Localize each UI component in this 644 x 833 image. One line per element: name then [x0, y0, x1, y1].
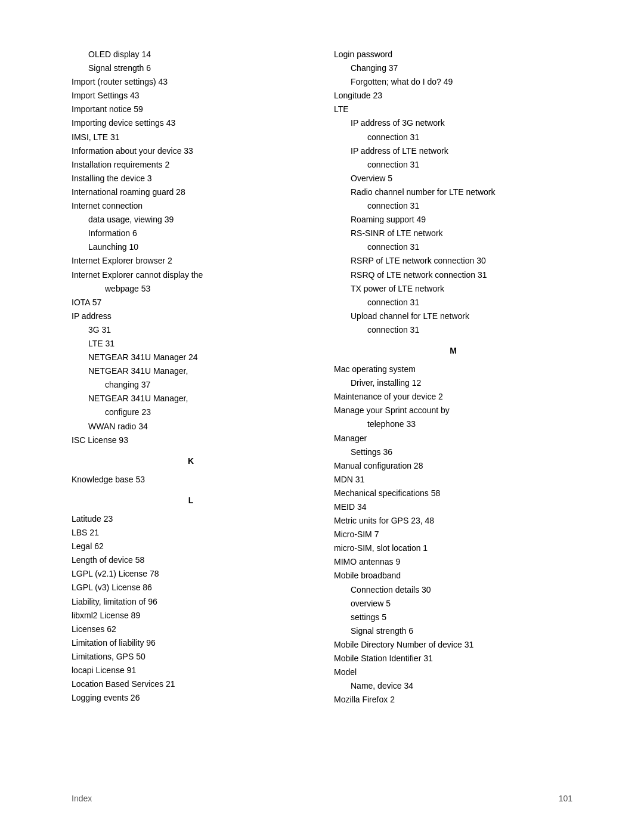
page: OLED display 14Signal strength 6Import (…	[0, 0, 644, 833]
index-entry: overview 5	[334, 597, 572, 611]
index-entry: RSRP of LTE network connection 30	[334, 254, 572, 268]
index-entry: WWAN radio 34	[72, 420, 310, 433]
index-entry: Roaming support 49	[334, 213, 572, 227]
index-entry: IP address of LTE network	[334, 144, 572, 158]
index-entry: micro-SIM, slot location 1	[334, 541, 572, 555]
index-entry: connection 31	[334, 323, 572, 337]
index-entry: TX power of LTE network	[334, 282, 572, 296]
index-entry: Radio channel number for LTE network	[334, 185, 572, 199]
index-entry: Information 6	[72, 227, 310, 240]
index-entry: Forgotten; what do I do? 49	[334, 75, 572, 89]
page-footer: Index 101	[72, 794, 572, 803]
index-entry: ISC License 93	[72, 433, 310, 447]
index-entry: Driver, installing 12	[334, 376, 572, 390]
index-entry: OLED display 14	[72, 48, 310, 61]
index-entry: Mobile broadband	[334, 569, 572, 583]
index-entry: IP address of 3G network	[334, 116, 572, 130]
index-entry: Longitude 23	[334, 89, 572, 103]
index-entry: LTE 31	[72, 337, 310, 351]
index-entry: Metric units for GPS 23, 48	[334, 514, 572, 528]
index-entry: Connection details 30	[334, 583, 572, 597]
section-header-l: L	[72, 494, 310, 507]
index-entry: Internet Explorer cannot display the	[72, 268, 310, 282]
index-entry: connection 31	[334, 158, 572, 172]
index-entry: Manual configuration 28	[334, 459, 572, 473]
index-entry: Maintenance of your device 2	[334, 390, 572, 404]
index-entry: Upload channel for LTE network	[334, 309, 572, 323]
index-entry: connection 31	[334, 199, 572, 213]
right-column: Login passwordChanging 37Forgotten; what…	[334, 48, 572, 707]
index-entry: Import (router settings) 43	[72, 75, 310, 89]
index-entry: Legal 62	[72, 540, 310, 553]
section-header-m: M	[334, 344, 572, 358]
index-entry: Signal strength 6	[334, 624, 572, 638]
index-entry: LGPL (v3) License 86	[72, 581, 310, 594]
index-entry: Model	[334, 665, 572, 679]
index-entry: Micro-SIM 7	[334, 528, 572, 541]
index-entry: Installing the device 3	[72, 172, 310, 185]
index-entry: Manage your Sprint account by	[334, 404, 572, 417]
index-entry: Licenses 62	[72, 623, 310, 636]
index-entry: Login password	[334, 48, 572, 61]
index-entry: Overview 5	[334, 172, 572, 185]
index-entry: Length of device 58	[72, 553, 310, 567]
index-entry: Liability, limitation of 96	[72, 595, 310, 609]
index-entry: MIMO antennas 9	[334, 555, 572, 569]
index-entry: Logging events 26	[72, 691, 310, 705]
index-entry: RSRQ of LTE network connection 31	[334, 268, 572, 282]
index-entry: Import Settings 43	[72, 89, 310, 103]
index-entry: NETGEAR 341U Manager,	[72, 392, 310, 405]
index-entry: IP address	[72, 309, 310, 323]
index-entry: Installation requirements 2	[72, 158, 310, 172]
section-header-k: K	[72, 454, 310, 468]
index-entry: International roaming guard 28	[72, 185, 310, 199]
index-entry: Information about your device 33	[72, 144, 310, 158]
index-entry: connection 31	[334, 131, 572, 144]
index-entry: connection 31	[334, 296, 572, 309]
index-entry: Launching 10	[72, 240, 310, 254]
index-entry: Location Based Services 21	[72, 677, 310, 691]
index-entry: NETGEAR 341U Manager,	[72, 364, 310, 378]
index-entry: data usage, viewing 39	[72, 213, 310, 227]
index-entry: Mobile Station Identifier 31	[334, 652, 572, 665]
index-entry: Importing device settings 43	[72, 116, 310, 130]
index-entry: Important notice 59	[72, 103, 310, 116]
index-entry: Mobile Directory Number of device 31	[334, 638, 572, 652]
index-entry: Latitude 23	[72, 512, 310, 526]
index-entry: Name, device 34	[334, 679, 572, 693]
left-column: OLED display 14Signal strength 6Import (…	[72, 48, 310, 707]
index-entry: Mac operating system	[334, 363, 572, 376]
index-entry: Settings 36	[334, 445, 572, 459]
index-entry: Internet Explorer browser 2	[72, 254, 310, 268]
index-entry: settings 5	[334, 611, 572, 624]
main-content: OLED display 14Signal strength 6Import (…	[72, 48, 572, 707]
index-entry: MEID 34	[334, 500, 572, 514]
index-entry: telephone 33	[334, 417, 572, 431]
index-entry: Signal strength 6	[72, 61, 310, 75]
index-entry: MDN 31	[334, 473, 572, 487]
index-entry: webpage 53	[72, 282, 310, 296]
index-entry: connection 31	[334, 240, 572, 254]
index-entry: LGPL (v2.1) License 78	[72, 567, 310, 581]
index-entry: Internet connection	[72, 199, 310, 213]
index-entry: libxml2 License 89	[72, 609, 310, 623]
index-entry: LTE	[334, 103, 572, 116]
index-entry: IOTA 57	[72, 296, 310, 309]
index-entry: Knowledge base 53	[72, 473, 310, 487]
index-entry: locapi License 91	[72, 664, 310, 677]
index-entry: configure 23	[72, 405, 310, 419]
index-entry: 3G 31	[72, 323, 310, 337]
index-entry: Limitations, GPS 50	[72, 650, 310, 664]
index-entry: IMSI, LTE 31	[72, 131, 310, 144]
index-entry: NETGEAR 341U Manager 24	[72, 351, 310, 364]
index-entry: Mozilla Firefox 2	[334, 693, 572, 707]
index-entry: Changing 37	[334, 61, 572, 75]
index-entry: LBS 21	[72, 526, 310, 540]
index-entry: Mechanical specifications 58	[334, 487, 572, 500]
index-entry: Limitation of liability 96	[72, 636, 310, 650]
index-entry: Manager	[334, 432, 572, 445]
index-entry: RS-SINR of LTE network	[334, 227, 572, 240]
index-entry: changing 37	[72, 378, 310, 392]
footer-page-number: 101	[559, 794, 572, 803]
footer-index-label: Index	[72, 794, 92, 803]
